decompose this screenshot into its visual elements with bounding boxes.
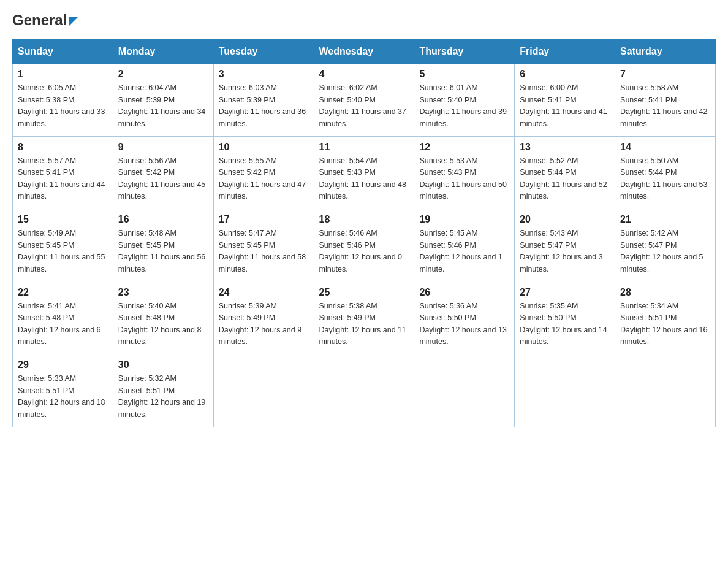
calendar-day-cell: 7 Sunrise: 5:58 AMSunset: 5:41 PMDayligh… [615,64,716,137]
calendar-header-row: SundayMondayTuesdayWednesdayThursdayFrid… [13,40,716,64]
logo-line1: General [12,12,78,28]
day-number: 9 [118,142,208,153]
day-number: 18 [319,214,409,225]
day-info: Sunrise: 5:56 AMSunset: 5:42 PMDaylight:… [118,155,208,203]
day-number: 2 [118,69,208,80]
day-header-tuesday: Tuesday [213,40,314,64]
day-number: 12 [419,142,509,153]
day-number: 10 [219,142,309,153]
day-info: Sunrise: 5:35 AMSunset: 5:50 PMDaylight:… [520,301,610,348]
day-info: Sunrise: 6:00 AMSunset: 5:41 PMDaylight:… [520,82,610,130]
day-number: 27 [520,287,610,298]
calendar-week-row: 15 Sunrise: 5:49 AMSunset: 5:45 PMDaylig… [13,209,716,282]
calendar-day-cell: 12 Sunrise: 5:53 AMSunset: 5:43 PMDaylig… [414,136,515,209]
day-number: 6 [520,69,610,80]
day-info: Sunrise: 5:54 AMSunset: 5:43 PMDaylight:… [319,155,409,203]
page-header: General [12,12,716,28]
calendar-day-cell: 15 Sunrise: 5:49 AMSunset: 5:45 PMDaylig… [13,209,113,282]
calendar-day-cell: 11 Sunrise: 5:54 AMSunset: 5:43 PMDaylig… [314,136,414,209]
calendar-week-row: 22 Sunrise: 5:41 AMSunset: 5:48 PMDaylig… [13,282,716,354]
day-number: 30 [118,359,208,370]
logo: General [12,12,78,28]
calendar-day-cell: 2 Sunrise: 6:04 AMSunset: 5:39 PMDayligh… [113,64,213,137]
day-number: 22 [18,287,108,298]
calendar-day-cell: 18 Sunrise: 5:46 AMSunset: 5:46 PMDaylig… [314,209,414,282]
calendar-day-cell: 9 Sunrise: 5:56 AMSunset: 5:42 PMDayligh… [113,136,213,209]
calendar-day-cell: 27 Sunrise: 5:35 AMSunset: 5:50 PMDaylig… [515,282,615,354]
calendar-day-cell: 19 Sunrise: 5:45 AMSunset: 5:46 PMDaylig… [414,209,515,282]
day-info: Sunrise: 6:01 AMSunset: 5:40 PMDaylight:… [419,82,509,130]
day-info: Sunrise: 6:04 AMSunset: 5:39 PMDaylight:… [118,82,208,130]
day-number: 7 [620,69,710,80]
day-info: Sunrise: 5:45 AMSunset: 5:46 PMDaylight:… [419,228,509,275]
day-number: 25 [319,287,409,298]
calendar-day-cell: 16 Sunrise: 5:48 AMSunset: 5:45 PMDaylig… [113,209,213,282]
day-number: 29 [18,359,108,370]
day-header-thursday: Thursday [414,40,515,64]
calendar-week-row: 29 Sunrise: 5:33 AMSunset: 5:51 PMDaylig… [13,354,716,427]
day-number: 4 [319,69,409,80]
day-number: 23 [118,287,208,298]
calendar-day-cell: 8 Sunrise: 5:57 AMSunset: 5:41 PMDayligh… [13,136,113,209]
day-info: Sunrise: 5:55 AMSunset: 5:42 PMDaylight:… [219,155,309,203]
calendar-day-cell: 3 Sunrise: 6:03 AMSunset: 5:39 PMDayligh… [213,64,314,137]
day-number: 21 [620,214,710,225]
day-number: 11 [319,142,409,153]
day-info: Sunrise: 5:43 AMSunset: 5:47 PMDaylight:… [520,228,610,275]
calendar-day-cell: 13 Sunrise: 5:52 AMSunset: 5:44 PMDaylig… [515,136,615,209]
calendar-day-cell: 5 Sunrise: 6:01 AMSunset: 5:40 PMDayligh… [414,64,515,137]
day-header-saturday: Saturday [615,40,716,64]
day-header-monday: Monday [113,40,213,64]
day-number: 16 [118,214,208,225]
day-info: Sunrise: 5:49 AMSunset: 5:45 PMDaylight:… [18,228,108,275]
day-info: Sunrise: 5:48 AMSunset: 5:45 PMDaylight:… [118,228,208,275]
day-number: 1 [18,69,108,80]
day-info: Sunrise: 5:41 AMSunset: 5:48 PMDaylight:… [18,301,108,348]
day-info: Sunrise: 5:57 AMSunset: 5:41 PMDaylight:… [18,155,108,203]
day-info: Sunrise: 5:34 AMSunset: 5:51 PMDaylight:… [620,301,710,348]
calendar-day-cell [213,354,314,427]
day-info: Sunrise: 5:50 AMSunset: 5:44 PMDaylight:… [620,155,710,203]
calendar-day-cell: 10 Sunrise: 5:55 AMSunset: 5:42 PMDaylig… [213,136,314,209]
calendar-day-cell: 17 Sunrise: 5:47 AMSunset: 5:45 PMDaylig… [213,209,314,282]
calendar-day-cell: 20 Sunrise: 5:43 AMSunset: 5:47 PMDaylig… [515,209,615,282]
day-info: Sunrise: 6:03 AMSunset: 5:39 PMDaylight:… [219,82,309,130]
day-header-friday: Friday [515,40,615,64]
day-info: Sunrise: 5:42 AMSunset: 5:47 PMDaylight:… [620,228,710,275]
day-info: Sunrise: 5:40 AMSunset: 5:48 PMDaylight:… [118,301,208,348]
calendar-day-cell: 24 Sunrise: 5:39 AMSunset: 5:49 PMDaylig… [213,282,314,354]
calendar-day-cell [414,354,515,427]
day-info: Sunrise: 5:47 AMSunset: 5:45 PMDaylight:… [219,228,309,275]
day-info: Sunrise: 5:33 AMSunset: 5:51 PMDaylight:… [18,373,108,421]
day-info: Sunrise: 6:05 AMSunset: 5:38 PMDaylight:… [18,82,108,130]
calendar-table: SundayMondayTuesdayWednesdayThursdayFrid… [12,39,716,427]
day-header-wednesday: Wednesday [314,40,414,64]
calendar-day-cell: 30 Sunrise: 5:32 AMSunset: 5:51 PMDaylig… [113,354,213,427]
day-number: 28 [620,287,710,298]
calendar-week-row: 8 Sunrise: 5:57 AMSunset: 5:41 PMDayligh… [13,136,716,209]
day-number: 8 [18,142,108,153]
day-info: Sunrise: 5:38 AMSunset: 5:49 PMDaylight:… [319,301,409,348]
day-number: 3 [219,69,309,80]
calendar-day-cell [615,354,716,427]
day-number: 15 [18,214,108,225]
calendar-day-cell: 1 Sunrise: 6:05 AMSunset: 5:38 PMDayligh… [13,64,113,137]
day-header-sunday: Sunday [13,40,113,64]
day-info: Sunrise: 5:36 AMSunset: 5:50 PMDaylight:… [419,301,509,348]
calendar-day-cell: 26 Sunrise: 5:36 AMSunset: 5:50 PMDaylig… [414,282,515,354]
calendar-day-cell: 21 Sunrise: 5:42 AMSunset: 5:47 PMDaylig… [615,209,716,282]
day-info: Sunrise: 5:46 AMSunset: 5:46 PMDaylight:… [319,228,409,275]
day-info: Sunrise: 5:39 AMSunset: 5:49 PMDaylight:… [219,301,309,348]
calendar-day-cell: 23 Sunrise: 5:40 AMSunset: 5:48 PMDaylig… [113,282,213,354]
calendar-day-cell: 4 Sunrise: 6:02 AMSunset: 5:40 PMDayligh… [314,64,414,137]
day-number: 24 [219,287,309,298]
calendar-week-row: 1 Sunrise: 6:05 AMSunset: 5:38 PMDayligh… [13,64,716,137]
day-info: Sunrise: 5:58 AMSunset: 5:41 PMDaylight:… [620,82,710,130]
calendar-day-cell [515,354,615,427]
day-number: 26 [419,287,509,298]
calendar-day-cell [314,354,414,427]
day-info: Sunrise: 5:52 AMSunset: 5:44 PMDaylight:… [520,155,610,203]
day-info: Sunrise: 5:32 AMSunset: 5:51 PMDaylight:… [118,373,208,421]
calendar-day-cell: 25 Sunrise: 5:38 AMSunset: 5:49 PMDaylig… [314,282,414,354]
day-number: 19 [419,214,509,225]
